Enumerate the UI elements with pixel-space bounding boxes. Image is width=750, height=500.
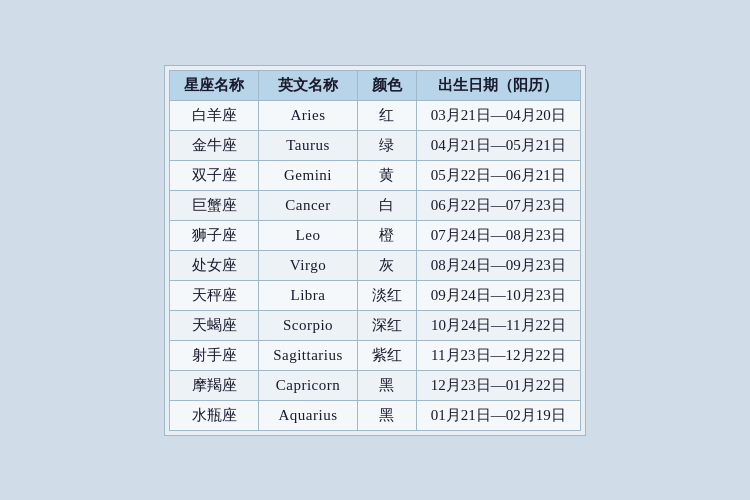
cell-dates: 12月23日—01月22日: [416, 370, 580, 400]
header-dates: 出生日期（阳历）: [416, 70, 580, 100]
table-body: 白羊座Aries红03月21日—04月20日金牛座Taurus绿04月21日—0…: [170, 100, 581, 430]
cell-english-name: Cancer: [259, 190, 358, 220]
cell-color: 灰: [357, 250, 416, 280]
header-english-name: 英文名称: [259, 70, 358, 100]
cell-chinese-name: 射手座: [170, 340, 259, 370]
table-row: 巨蟹座Cancer白06月22日—07月23日: [170, 190, 581, 220]
table-row: 摩羯座Capricorn黑12月23日—01月22日: [170, 370, 581, 400]
cell-chinese-name: 金牛座: [170, 130, 259, 160]
table-row: 处女座Virgo灰08月24日—09月23日: [170, 250, 581, 280]
table-header-row: 星座名称 英文名称 颜色 出生日期（阳历）: [170, 70, 581, 100]
cell-dates: 11月23日—12月22日: [416, 340, 580, 370]
cell-color: 绿: [357, 130, 416, 160]
table-row: 射手座Sagittarius紫红11月23日—12月22日: [170, 340, 581, 370]
cell-english-name: Gemini: [259, 160, 358, 190]
header-chinese-name: 星座名称: [170, 70, 259, 100]
cell-chinese-name: 天秤座: [170, 280, 259, 310]
cell-dates: 05月22日—06月21日: [416, 160, 580, 190]
table-row: 水瓶座Aquarius黑01月21日—02月19日: [170, 400, 581, 430]
cell-chinese-name: 处女座: [170, 250, 259, 280]
zodiac-table: 星座名称 英文名称 颜色 出生日期（阳历） 白羊座Aries红03月21日—04…: [169, 70, 581, 431]
cell-dates: 10月24日—11月22日: [416, 310, 580, 340]
cell-english-name: Taurus: [259, 130, 358, 160]
cell-color: 黑: [357, 400, 416, 430]
table-row: 狮子座Leo橙07月24日—08月23日: [170, 220, 581, 250]
table-row: 天秤座Libra淡红09月24日—10月23日: [170, 280, 581, 310]
cell-chinese-name: 摩羯座: [170, 370, 259, 400]
table-row: 双子座Gemini黄05月22日—06月21日: [170, 160, 581, 190]
table-row: 金牛座Taurus绿04月21日—05月21日: [170, 130, 581, 160]
cell-chinese-name: 狮子座: [170, 220, 259, 250]
cell-dates: 09月24日—10月23日: [416, 280, 580, 310]
cell-color: 红: [357, 100, 416, 130]
zodiac-table-container: 星座名称 英文名称 颜色 出生日期（阳历） 白羊座Aries红03月21日—04…: [164, 65, 586, 436]
cell-english-name: Sagittarius: [259, 340, 358, 370]
cell-chinese-name: 白羊座: [170, 100, 259, 130]
cell-chinese-name: 天蝎座: [170, 310, 259, 340]
cell-english-name: Aries: [259, 100, 358, 130]
cell-color: 紫红: [357, 340, 416, 370]
cell-dates: 03月21日—04月20日: [416, 100, 580, 130]
cell-dates: 04月21日—05月21日: [416, 130, 580, 160]
cell-color: 淡红: [357, 280, 416, 310]
table-row: 天蝎座Scorpio深红10月24日—11月22日: [170, 310, 581, 340]
cell-color: 黑: [357, 370, 416, 400]
cell-dates: 06月22日—07月23日: [416, 190, 580, 220]
cell-chinese-name: 水瓶座: [170, 400, 259, 430]
cell-english-name: Aquarius: [259, 400, 358, 430]
cell-english-name: Virgo: [259, 250, 358, 280]
cell-english-name: Capricorn: [259, 370, 358, 400]
cell-color: 橙: [357, 220, 416, 250]
header-color: 颜色: [357, 70, 416, 100]
cell-color: 白: [357, 190, 416, 220]
cell-chinese-name: 双子座: [170, 160, 259, 190]
cell-dates: 07月24日—08月23日: [416, 220, 580, 250]
cell-english-name: Libra: [259, 280, 358, 310]
cell-color: 黄: [357, 160, 416, 190]
cell-english-name: Scorpio: [259, 310, 358, 340]
cell-dates: 08月24日—09月23日: [416, 250, 580, 280]
table-row: 白羊座Aries红03月21日—04月20日: [170, 100, 581, 130]
cell-chinese-name: 巨蟹座: [170, 190, 259, 220]
cell-english-name: Leo: [259, 220, 358, 250]
cell-dates: 01月21日—02月19日: [416, 400, 580, 430]
cell-color: 深红: [357, 310, 416, 340]
